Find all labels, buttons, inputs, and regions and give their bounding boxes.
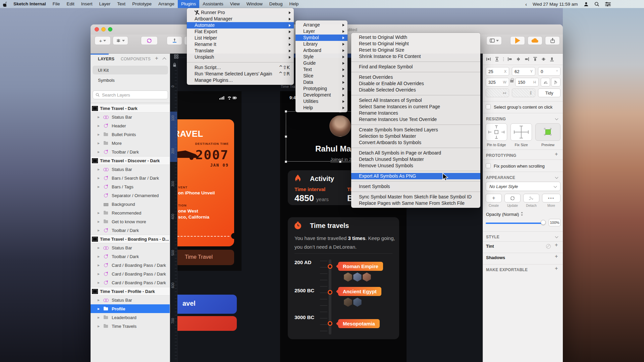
time-travels-card[interactable]: Time travels You have time travelled 3 t…: [288, 217, 399, 339]
menu-item[interactable]: Artboard: [296, 47, 347, 54]
selection-handle[interactable]: [285, 161, 287, 163]
disclosure-triangle-icon[interactable]: ▶: [98, 273, 102, 276]
lock-icon[interactable]: [173, 63, 176, 67]
align-right-icon[interactable]: [524, 57, 529, 62]
menu-item[interactable]: Shrink Instance to Fit Content: [351, 53, 480, 60]
disclosure-triangle-icon[interactable]: ▶: [98, 124, 102, 127]
disclosure-triangle-icon[interactable]: ▶: [98, 246, 102, 249]
menubar-clock[interactable]: Wed 27 May 11:59 am: [533, 2, 578, 7]
disclosure-triangle-icon[interactable]: ▶: [98, 307, 102, 310]
disclosure-triangle-icon[interactable]: ▶: [98, 150, 102, 154]
preview-button[interactable]: [510, 36, 525, 45]
x-position-field[interactable]: 25X: [486, 67, 509, 76]
disclosure-triangle-icon[interactable]: ▶: [98, 229, 102, 232]
align-center-vertical-icon[interactable]: [541, 57, 546, 62]
layer-row[interactable]: ▼ Time Travel - Profile - Dark: [91, 287, 170, 296]
layer-row[interactable]: ▶ Toolbar / Dark: [91, 226, 170, 235]
menu-item[interactable]: Automate: [187, 22, 294, 28]
menubar-item[interactable]: Window: [243, 0, 266, 8]
align-center-horizontal-icon[interactable]: [516, 57, 521, 62]
menu-item[interactable]: Symbol: [296, 35, 347, 41]
flip-vertical-button[interactable]: [551, 78, 560, 86]
width-field[interactable]: 325W: [486, 78, 509, 86]
menu-item[interactable]: [351, 124, 480, 125]
align-bottom-icon[interactable]: [549, 57, 554, 62]
promo-card-blue[interactable]: avel: [170, 295, 237, 314]
menu-item[interactable]: Unsplash: [187, 54, 294, 60]
add-page-button[interactable]: +: [155, 55, 158, 62]
disclosure-triangle-icon[interactable]: ▶: [98, 325, 102, 328]
pin-to-edge-button[interactable]: [486, 123, 507, 141]
time-travel-button[interactable]: Time Travel: [170, 250, 234, 265]
menu-item[interactable]: Select All Instances of Symbol: [351, 97, 480, 104]
menubar-item[interactable]: View: [227, 0, 243, 8]
disclosure-triangle-icon[interactable]: ▶: [98, 299, 102, 302]
layer-row[interactable]: ▶ Toolbar / Dark: [91, 252, 170, 261]
timeline-badge-ancient-egypt[interactable]: Ancient Egypt: [338, 287, 381, 296]
chevron-left-icon[interactable]: ‹: [525, 1, 527, 7]
layer-row[interactable]: ▼ Time Travel - Discover - Dark: [91, 156, 170, 165]
tab-layers[interactable]: LAYERS: [98, 57, 114, 61]
add-shadow-button[interactable]: +: [555, 253, 558, 259]
height-field[interactable]: 150H: [515, 78, 539, 86]
layer-row[interactable]: ▶ Card / Boarding Pass / Dark: [91, 261, 170, 269]
menubar-item[interactable]: Debug: [266, 0, 286, 8]
menubar-item[interactable]: Layer: [96, 0, 114, 8]
no-tint-swatch-icon[interactable]: [546, 244, 551, 249]
menu-item[interactable]: [351, 95, 480, 96]
update-style-button[interactable]: [504, 194, 521, 202]
align-top-icon[interactable]: [533, 57, 538, 62]
menu-item[interactable]: [351, 171, 480, 171]
chevron-down-icon[interactable]: [555, 235, 558, 238]
menubar-item[interactable]: Assistants: [199, 0, 227, 8]
menubar-item[interactable]: Text: [114, 0, 129, 8]
timeline-badge-roman-empire[interactable]: Roman Empire: [338, 262, 383, 271]
disclosure-triangle-icon[interactable]: ▶: [98, 177, 102, 180]
opacity-value[interactable]: 100%: [549, 219, 560, 226]
menu-item[interactable]: Library: [296, 41, 347, 47]
menu-item[interactable]: Slice: [296, 73, 347, 79]
menu-item[interactable]: Insert Symbols: [351, 183, 480, 190]
menu-item[interactable]: Utilities: [296, 98, 347, 105]
menu-item[interactable]: Layer: [296, 28, 347, 35]
vertical-ruler[interactable]: [170, 54, 177, 362]
menu-item[interactable]: List Helper: [187, 35, 294, 41]
tidy-button[interactable]: Tidy: [538, 88, 560, 97]
artboard-boarding-pass[interactable]: TIME TRAVEL DESTINATION TIME 2007 JAN 09…: [170, 91, 241, 271]
layer-row[interactable]: ▶ Bullet Points: [91, 130, 170, 139]
menu-item[interactable]: Text: [296, 66, 347, 73]
chevron-down-icon[interactable]: [555, 117, 558, 120]
distribute-horizontally-icon[interactable]: [486, 57, 491, 62]
layer-row[interactable]: ▶ More: [91, 139, 170, 147]
layer-row[interactable]: ▼ Time Travel - Boarding Pass - D...: [91, 235, 170, 243]
menu-item[interactable]: Detach All Symbols in Page or Artboard: [351, 150, 480, 156]
disclosure-triangle-icon[interactable]: ▶: [98, 133, 102, 136]
disclosure-triangle-icon[interactable]: ▶: [98, 168, 102, 171]
menu-item[interactable]: Arrange: [296, 22, 347, 28]
view-button[interactable]: [486, 36, 502, 45]
detach-style-button[interactable]: [523, 194, 539, 202]
layer-row[interactable]: ▼ Time Travel - Dark: [91, 104, 170, 113]
export-button[interactable]: [545, 36, 560, 45]
menu-item[interactable]: Remove Unused Symbols: [351, 163, 480, 169]
menu-item[interactable]: [351, 147, 480, 148]
menu-item[interactable]: Select Same Instances in current Page: [351, 104, 480, 110]
disclosure-triangle-icon[interactable]: ▶: [98, 220, 102, 223]
menu-item[interactable]: Reset to Original Width: [351, 34, 480, 41]
layer-row[interactable]: ▶ Card / Boarding Pass / Dark: [91, 269, 170, 278]
menubar-item[interactable]: Help: [286, 0, 302, 8]
more-styles-button[interactable]: •••: [542, 194, 560, 202]
disclosure-triangle-icon[interactable]: ▶: [98, 281, 102, 284]
layer-row[interactable]: Background: [91, 200, 170, 208]
lock-proportions-icon[interactable]: [510, 80, 514, 82]
menu-item[interactable]: [187, 62, 294, 63]
align-left-icon[interactable]: [507, 57, 513, 62]
menu-item[interactable]: Help: [296, 105, 347, 111]
menu-item[interactable]: Export All Symbols As PNG: [351, 173, 480, 179]
artboard-title-profile[interactable]: Time Tra: [281, 84, 295, 88]
disclosure-triangle-icon[interactable]: ▶: [98, 264, 102, 267]
menu-item[interactable]: Selection to Symbol Master: [351, 133, 480, 139]
menu-item[interactable]: [351, 181, 480, 182]
menubar-item[interactable]: Prototype: [129, 0, 155, 8]
apple-menu-icon[interactable]: [0, 0, 10, 8]
